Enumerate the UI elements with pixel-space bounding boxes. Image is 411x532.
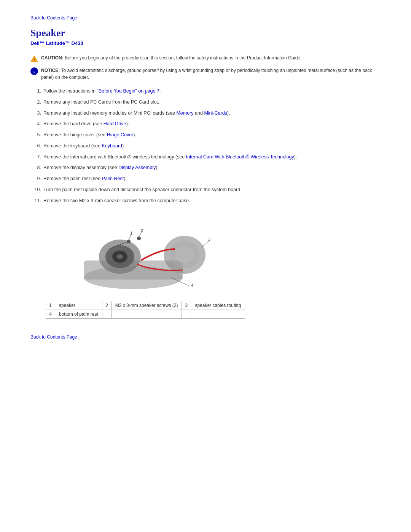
back-to-contents-top[interactable]: Back to Contents Page: [30, 15, 381, 21]
svg-point-9: [117, 254, 123, 259]
step-item: 4.Remove the hard drive (see Hard Drive)…: [30, 120, 381, 128]
svg-text:!: !: [33, 58, 35, 62]
step-link[interactable]: Display Assembly: [118, 165, 156, 170]
back-to-contents-bottom[interactable]: Back to Contents Page: [30, 334, 381, 340]
step-link[interactable]: Internal Card With Bluetooth® Wireless T…: [186, 154, 294, 160]
step-content: Remove any installed PC Cards from the P…: [43, 99, 159, 106]
step-item: 1.Follow the instructions in "Before You…: [30, 88, 381, 95]
step-link1[interactable]: Memory: [176, 110, 193, 116]
notice-icon: ○: [30, 67, 38, 75]
svg-line-21: [202, 241, 209, 247]
part-number-cell: 2: [102, 301, 111, 310]
step-content: Remove any installed memory modules or M…: [43, 110, 230, 117]
step-content: Remove the two M2 x 3-mm speaker screws …: [43, 197, 190, 204]
step-content: Turn the palm rest upside down and disco…: [43, 186, 242, 193]
step-content: Remove the hard drive (see Hard Drive).: [43, 120, 129, 128]
step-number: 1.: [30, 88, 41, 95]
parts-table: 1speaker2M2 x 3-mm speaker screws (2)3sp…: [46, 301, 245, 319]
step-item: 7.Remove the internal card with Bluetoot…: [30, 153, 381, 161]
step-item: 2.Remove any installed PC Cards from the…: [30, 99, 381, 106]
step-link[interactable]: Hinge Cover: [107, 132, 133, 137]
steps-list: 1.Follow the instructions in "Before You…: [30, 88, 381, 204]
table-row: 1speaker2M2 x 3-mm speaker screws (2)3sp…: [46, 301, 245, 310]
step-number: 10.: [30, 186, 41, 193]
step-number: 5.: [30, 131, 41, 139]
step-number: 4.: [30, 120, 41, 128]
part-label-cell: speaker: [55, 301, 102, 310]
step-content: Remove the hinge cover (see Hinge Cover)…: [43, 131, 136, 139]
part-label-cell: bottom of palm rest: [55, 310, 102, 319]
step-item: 8.Remove the display assembly (see Displ…: [30, 164, 381, 171]
part-number-cell: [102, 310, 111, 319]
step-link2[interactable]: Mini-Cards: [204, 110, 227, 116]
step-item: 6.Remove the keyboard (see Keyboard).: [30, 142, 381, 150]
svg-text:4: 4: [191, 283, 193, 288]
page-title: Speaker: [30, 27, 381, 39]
step-content: Remove the internal card with Bluetooth®…: [43, 153, 297, 161]
step-link[interactable]: Palm Rest: [102, 176, 124, 181]
table-row: 4bottom of palm rest: [46, 310, 245, 319]
svg-point-12: [175, 246, 194, 263]
part-label-cell: speaker cables routing: [191, 301, 245, 310]
step-link[interactable]: Hard Drive: [104, 121, 126, 126]
part-label-cell: [191, 310, 245, 319]
notice-block: ○ NOTICE: To avoid electrostatic dischar…: [30, 67, 381, 81]
svg-text:3: 3: [208, 237, 210, 241]
svg-text:1: 1: [130, 231, 132, 235]
caution-block: ! CAUTION: Before you begin any of the p…: [30, 54, 381, 62]
part-label-cell: M2 x 3-mm speaker screws (2): [111, 301, 182, 310]
step-number: 6.: [30, 142, 41, 150]
step-item: 5.Remove the hinge cover (see Hinge Cove…: [30, 131, 381, 139]
step-link[interactable]: "Before You Begin" on page 7: [97, 88, 159, 94]
step-number: 8.: [30, 164, 41, 171]
step-item: 9.Remove the palm rest (see Palm Rest).: [30, 175, 381, 182]
svg-line-19: [129, 235, 131, 240]
part-label-cell: [111, 310, 182, 319]
part-number-cell: [182, 310, 191, 319]
step-content: Follow the instructions in "Before You B…: [43, 88, 161, 95]
caution-icon: !: [30, 55, 38, 62]
part-number-cell: 1: [46, 301, 55, 310]
part-number-cell: 3: [182, 301, 191, 310]
step-content: Remove the palm rest (see Palm Rest).: [43, 175, 127, 182]
step-item: 11.Remove the two M2 x 3-mm speaker scre…: [30, 197, 381, 204]
step-content: Remove the keyboard (see Keyboard).: [43, 142, 125, 150]
svg-line-20: [139, 232, 142, 237]
notice-text: NOTICE: To avoid electrostatic discharge…: [41, 67, 381, 81]
svg-point-14: [137, 236, 141, 240]
step-number: 11.: [30, 197, 41, 204]
step-link[interactable]: Keyboard: [102, 143, 123, 149]
step-number: 9.: [30, 175, 41, 182]
bottom-divider: [30, 328, 381, 328]
caution-text: CAUTION: Before you begin any of the pro…: [41, 54, 301, 61]
step-item: 10.Turn the palm rest upside down and di…: [30, 186, 381, 193]
step-content: Remove the display assembly (see Display…: [43, 164, 159, 171]
svg-text:○: ○: [33, 69, 36, 74]
speaker-diagram: 1 2 3 4: [46, 211, 225, 295]
svg-text:2: 2: [141, 228, 143, 233]
part-number-cell: 4: [46, 310, 55, 319]
step-number: 2.: [30, 99, 41, 106]
step-number: 7.: [30, 153, 41, 161]
step-number: 3.: [30, 110, 41, 117]
step-item: 3.Remove any installed memory modules or…: [30, 110, 381, 117]
page-subtitle: Dell™ Latitude™ D430: [30, 40, 381, 46]
